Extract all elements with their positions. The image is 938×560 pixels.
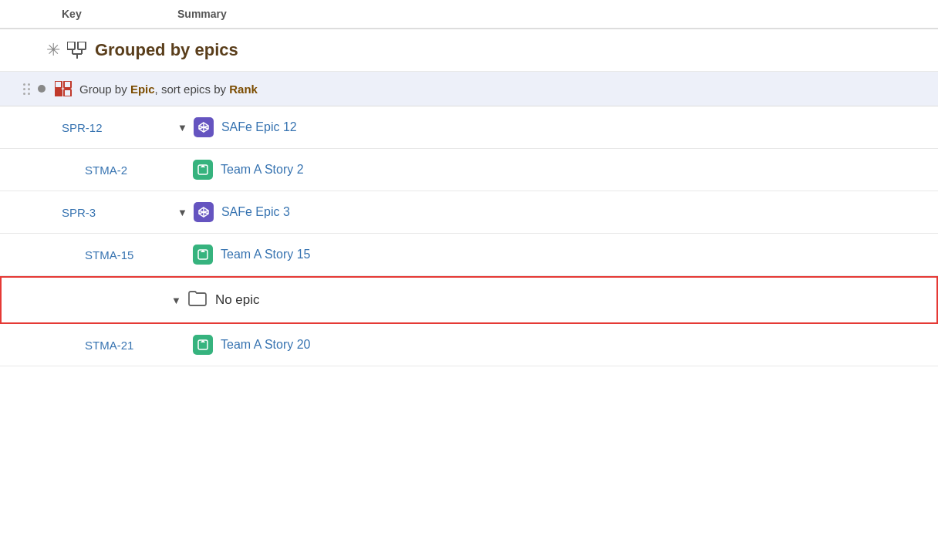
row-label: SAFe Epic 3 [221, 205, 290, 219]
row-key[interactable]: STMA-2 [0, 164, 170, 177]
key-column-header: Key [0, 8, 170, 20]
summary-column-header: Summary [170, 8, 938, 20]
row-key[interactable]: STMA-21 [0, 339, 170, 352]
table-header: Key Summary [0, 0, 938, 29]
row-summary: ▼ SAFe Epic 3 [170, 202, 938, 222]
story-type-badge [193, 335, 213, 355]
group-banner[interactable]: Group by Epic, sort epics by Rank [0, 72, 938, 106]
grouped-list-icon [67, 42, 87, 59]
story-row[interactable]: STMA-2 Team A Story 2 [0, 149, 938, 191]
svg-rect-7 [64, 81, 71, 88]
rows-container: SPR-12 ▼ SAFe Epic 12 STMA-2 [0, 106, 938, 366]
row-key[interactable]: SPR-3 [0, 206, 170, 219]
epic-type-badge [194, 202, 214, 222]
folder-icon [187, 288, 208, 312]
row-key[interactable]: SPR-12 [0, 121, 170, 134]
story-row[interactable]: STMA-15 Team A Story 15 [0, 234, 938, 276]
svg-rect-0 [67, 42, 75, 49]
svg-rect-1 [78, 42, 86, 49]
wand-icon: ✳ [46, 40, 60, 60]
svg-rect-8 [55, 89, 62, 96]
row-summary: Team A Story 15 [170, 245, 938, 265]
epic-group-icon [55, 81, 72, 96]
row-label: SAFe Epic 12 [221, 120, 297, 134]
svg-rect-9 [64, 89, 71, 96]
story-type-badge [193, 245, 213, 265]
row-summary: ▼ SAFe Epic 12 [170, 117, 938, 137]
chevron-down-icon: ▼ [177, 207, 187, 218]
epic-row[interactable]: SPR-12 ▼ SAFe Epic 12 [0, 106, 938, 149]
chevron-down-icon: ▼ [171, 295, 181, 306]
story-row[interactable]: STMA-21 Team A Story 20 [0, 324, 938, 366]
grouped-by-row: ✳ Grouped by epics [0, 29, 938, 72]
no-epic-label: No epic [215, 292, 260, 308]
story-type-badge [193, 160, 213, 180]
no-epic-row[interactable]: ▼ No epic [0, 276, 938, 324]
row-label: Team A Story 15 [221, 248, 311, 261]
row-label: Team A Story 2 [221, 163, 304, 177]
svg-rect-6 [55, 81, 62, 88]
backlog-table: Key Summary ✳ Grouped by epics [0, 0, 938, 366]
status-circle [38, 85, 46, 93]
row-summary: Team A Story 2 [170, 160, 938, 180]
epic-row[interactable]: SPR-3 ▼ SAFe Epic 3 [0, 191, 938, 234]
row-summary: Team A Story 20 [170, 335, 938, 355]
chevron-down-icon: ▼ [177, 122, 187, 133]
grouped-by-label: Grouped by epics [95, 40, 238, 60]
group-banner-text: Group by Epic, sort epics by Rank [79, 83, 258, 96]
epic-type-badge [194, 117, 214, 137]
drag-handle[interactable] [23, 83, 30, 95]
row-label: Team A Story 20 [221, 338, 311, 352]
row-key[interactable]: STMA-15 [0, 248, 170, 261]
